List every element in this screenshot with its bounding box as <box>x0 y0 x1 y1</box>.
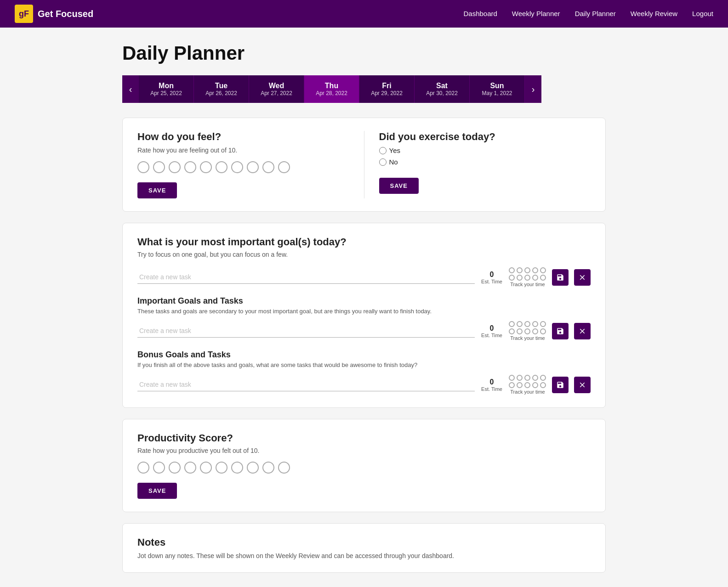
track-dot-8[interactable] <box>524 275 530 281</box>
prod-radio-2[interactable] <box>153 462 165 474</box>
most-important-track-time: Track your time <box>509 267 546 287</box>
exercise-no-radio[interactable] <box>379 158 387 166</box>
imp-dot-10[interactable] <box>540 328 546 334</box>
bon-dot-10[interactable] <box>540 382 546 388</box>
bon-dot-4[interactable] <box>532 375 538 381</box>
bonus-cancel-button[interactable] <box>574 377 591 393</box>
feel-title: How do you feel? <box>137 131 349 143</box>
track-dot-2[interactable] <box>517 267 523 273</box>
important-cancel-button[interactable] <box>574 323 591 339</box>
day-tab-thu[interactable]: Thu Apr 28, 2022 <box>304 75 359 103</box>
imp-dot-9[interactable] <box>532 328 538 334</box>
nav-logout[interactable]: Logout <box>692 10 713 17</box>
imp-dot-4[interactable] <box>532 321 538 327</box>
productivity-save-button[interactable]: SAVE <box>137 483 177 499</box>
feel-section: How do you feel? Rate how you are feelin… <box>137 131 349 198</box>
feel-radio-4[interactable] <box>184 161 196 173</box>
feel-radio-1[interactable] <box>137 161 149 173</box>
bon-dot-1[interactable] <box>509 375 515 381</box>
prod-radio-3[interactable] <box>169 462 181 474</box>
bonus-section: Bonus Goals and Tasks If you finish all … <box>137 350 591 395</box>
exercise-no[interactable]: No <box>379 158 591 166</box>
notes-title: Notes <box>137 536 591 548</box>
track-dot-7[interactable] <box>517 275 523 281</box>
track-dot-3[interactable] <box>524 267 530 273</box>
bon-dot-5[interactable] <box>540 375 546 381</box>
imp-dot-3[interactable] <box>524 321 530 327</box>
bon-dot-6[interactable] <box>509 382 515 388</box>
feel-radio-7[interactable] <box>231 161 243 173</box>
important-save-button[interactable] <box>552 323 569 339</box>
page-content: Daily Planner ‹ Mon Apr 25, 2022 Tue Apr… <box>111 28 617 587</box>
track-dot-5[interactable] <box>540 267 546 273</box>
bon-dot-2[interactable] <box>517 375 523 381</box>
nav-dashboard[interactable]: Dashboard <box>463 10 497 17</box>
bon-dot-9[interactable] <box>532 382 538 388</box>
track-dot-9[interactable] <box>532 275 538 281</box>
prod-radio-9[interactable] <box>262 462 274 474</box>
feel-radio-3[interactable] <box>169 161 181 173</box>
prod-radio-10[interactable] <box>278 462 290 474</box>
imp-dot-2[interactable] <box>517 321 523 327</box>
imp-dot-6[interactable] <box>509 328 515 334</box>
most-important-save-button[interactable] <box>552 269 569 286</box>
nav-weekly-review[interactable]: Weekly Review <box>631 10 677 17</box>
productivity-subtitle: Rate how you productive you felt out of … <box>137 447 591 454</box>
day-tab-mon[interactable]: Mon Apr 25, 2022 <box>139 75 194 103</box>
nav-links: Dashboard Weekly Planner Daily Planner W… <box>463 10 713 18</box>
feel-radio-10[interactable] <box>278 161 290 173</box>
feel-radio-5[interactable] <box>200 161 212 173</box>
prod-radio-5[interactable] <box>200 462 212 474</box>
track-dot-10[interactable] <box>540 275 546 281</box>
imp-dot-1[interactable] <box>509 321 515 327</box>
page-title: Daily Planner <box>122 42 606 64</box>
bon-dot-7[interactable] <box>517 382 523 388</box>
bonus-title: Bonus Goals and Tasks <box>137 350 591 360</box>
most-important-task-input[interactable] <box>137 271 475 284</box>
exercise-save-button[interactable]: SAVE <box>379 178 419 194</box>
bon-dot-3[interactable] <box>524 375 530 381</box>
next-day-button[interactable]: › <box>525 75 541 103</box>
prod-radio-8[interactable] <box>247 462 259 474</box>
prod-radio-6[interactable] <box>216 462 228 474</box>
track-dot-6[interactable] <box>509 275 515 281</box>
important-track-time: Track your time <box>509 321 546 341</box>
feel-exercise-row: How do you feel? Rate how you are feelin… <box>137 131 591 198</box>
exercise-yes-radio[interactable] <box>379 147 387 154</box>
notes-subtitle: Jot down any notes. These will be shown … <box>137 552 591 559</box>
notes-card: Notes Jot down any notes. These will be … <box>122 523 606 573</box>
nav-weekly-planner[interactable]: Weekly Planner <box>512 10 560 17</box>
important-title: Important Goals and Tasks <box>137 296 591 306</box>
exercise-yes[interactable]: Yes <box>379 147 591 154</box>
important-track-label: Track your time <box>510 335 545 341</box>
bonus-task-input[interactable] <box>137 378 475 391</box>
day-tab-wed[interactable]: Wed Apr 27, 2022 <box>249 75 304 103</box>
feel-radio-6[interactable] <box>216 161 228 173</box>
feel-save-button[interactable]: SAVE <box>137 182 177 198</box>
prev-day-button[interactable]: ‹ <box>122 75 139 103</box>
prod-radio-4[interactable] <box>184 462 196 474</box>
feel-radio-9[interactable] <box>262 161 274 173</box>
prod-radio-7[interactable] <box>231 462 243 474</box>
day-tab-tue[interactable]: Tue Apr 26, 2022 <box>194 75 249 103</box>
track-dot-4[interactable] <box>532 267 538 273</box>
day-navigation: ‹ Mon Apr 25, 2022 Tue Apr 26, 2022 Wed … <box>122 75 606 103</box>
logo-text: Get Focused <box>38 9 93 19</box>
track-dot-1[interactable] <box>509 267 515 273</box>
imp-dot-7[interactable] <box>517 328 523 334</box>
prod-radio-1[interactable] <box>137 462 149 474</box>
day-tab-sun[interactable]: Sun May 1, 2022 <box>470 75 525 103</box>
nav-daily-planner[interactable]: Daily Planner <box>575 10 616 17</box>
feel-radio-8[interactable] <box>247 161 259 173</box>
bon-dot-8[interactable] <box>524 382 530 388</box>
important-task-input[interactable] <box>137 324 475 338</box>
most-important-title: What is your most important goal(s) toda… <box>137 236 591 248</box>
imp-dot-5[interactable] <box>540 321 546 327</box>
bonus-save-button[interactable] <box>552 377 569 393</box>
feel-radio-2[interactable] <box>153 161 165 173</box>
most-important-cancel-button[interactable] <box>574 269 591 286</box>
day-tab-fri[interactable]: Fri Apr 29, 2022 <box>359 75 415 103</box>
bonus-task-row: 0 Est. Time <box>137 375 591 395</box>
day-tab-sat[interactable]: Sat Apr 30, 2022 <box>415 75 470 103</box>
imp-dot-8[interactable] <box>524 328 530 334</box>
